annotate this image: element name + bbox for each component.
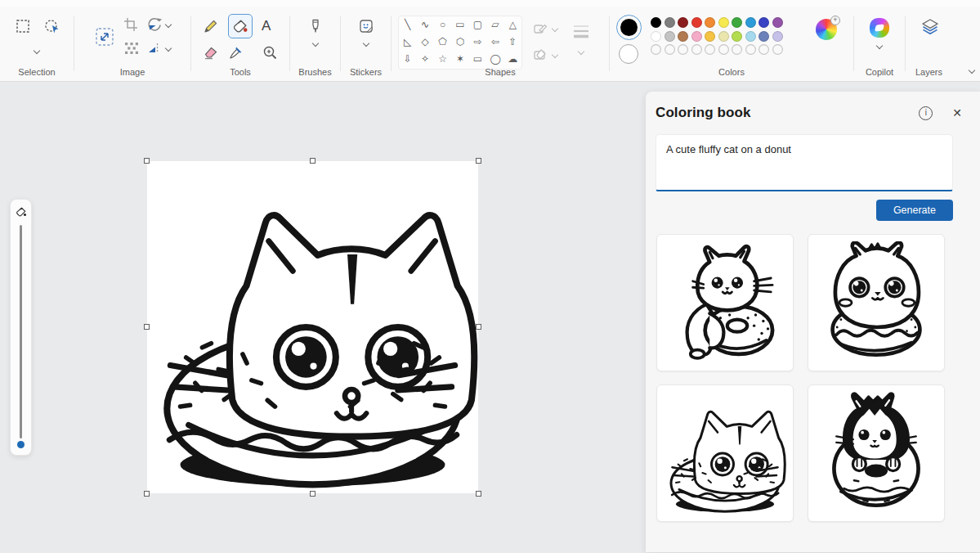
color-swatch-7e7e7e[interactable] — [665, 17, 675, 28]
selection-handle-n[interactable] — [310, 158, 315, 164]
shape-diamond-icon[interactable]: ◇ — [416, 34, 433, 51]
shape-hexagon-icon[interactable]: ⬡ — [451, 34, 468, 51]
foreground-color-selector[interactable] — [616, 15, 642, 40]
copilot-icon[interactable] — [870, 18, 889, 38]
shape-triangle-icon[interactable]: △ — [504, 16, 521, 34]
result-thumbnail-2[interactable] — [808, 234, 945, 371]
color-swatch-6a81b9[interactable] — [758, 31, 769, 42]
selection-handle-sw[interactable] — [144, 491, 150, 497]
size-slider-thumb[interactable] — [17, 441, 25, 448]
result-thumbnail-3[interactable] — [656, 384, 794, 522]
info-icon[interactable]: i — [919, 106, 933, 120]
rotate-dropdown-chevron-icon[interactable] — [165, 21, 172, 28]
eyedropper-tool-icon[interactable] — [228, 44, 244, 61]
color-swatch-empty[interactable] — [732, 44, 742, 55]
resize-image-icon[interactable] — [94, 26, 115, 47]
color-swatch-empty[interactable] — [691, 44, 702, 55]
shape-star-six-icon[interactable]: ✶ — [451, 51, 468, 68]
shape-star-five-icon[interactable]: ☆ — [434, 51, 451, 68]
rectangle-select-icon[interactable] — [15, 18, 31, 34]
prompt-input[interactable]: A cute fluffy cat on a donut — [656, 135, 952, 190]
layers-icon[interactable] — [920, 17, 940, 37]
brushes-icon[interactable] — [307, 18, 324, 34]
fill-tool-selected[interactable] — [228, 14, 253, 38]
shape-polygon-icon[interactable]: ▱ — [486, 16, 503, 34]
shape-rectangle-icon[interactable]: ▭ — [451, 16, 468, 34]
color-swatch-ffffff[interactable] — [651, 31, 661, 42]
shape-star-four-icon[interactable]: ✧ — [416, 51, 433, 68]
rotate-icon[interactable] — [146, 16, 163, 33]
fill-bucket-icon[interactable] — [232, 18, 248, 34]
magnifier-tool-icon[interactable] — [262, 44, 278, 61]
size-slider-track[interactable] — [20, 225, 22, 438]
color-swatch-empty[interactable] — [678, 44, 688, 55]
shape-fill-icon[interactable] — [532, 47, 548, 63]
color-swatch-empty[interactable] — [665, 44, 675, 55]
color-swatch-000000[interactable] — [651, 17, 661, 28]
color-swatch-f5c343[interactable] — [705, 31, 715, 42]
stickers-dropdown-chevron-icon[interactable] — [362, 40, 369, 47]
color-swatch-c3c3c3[interactable] — [665, 31, 675, 42]
color-swatch-empty[interactable] — [772, 44, 783, 55]
selection-handle-s[interactable] — [310, 491, 315, 497]
color-swatch-f08a33[interactable] — [705, 17, 715, 28]
free-form-select-icon[interactable] — [43, 18, 60, 34]
flip-dropdown-chevron-icon[interactable] — [165, 45, 172, 52]
result-thumbnail-1[interactable] — [656, 234, 794, 371]
generate-button[interactable]: Generate — [876, 200, 953, 221]
brushes-dropdown-chevron-icon[interactable] — [311, 40, 318, 47]
shape-arrow-left-icon[interactable]: ⇦ — [486, 34, 503, 51]
color-swatch-9353a8[interactable] — [772, 17, 783, 28]
shape-callout-oval-icon[interactable]: ◯ — [486, 51, 503, 68]
selection-handle-ne[interactable] — [476, 158, 481, 164]
copilot-dropdown-chevron-icon[interactable] — [876, 43, 883, 49]
stickers-icon[interactable] — [358, 18, 374, 34]
selection-handle-e[interactable] — [476, 324, 481, 330]
shape-arrow-up-icon[interactable]: ⇧ — [504, 34, 521, 51]
color-swatch-empty[interactable] — [758, 44, 769, 55]
color-swatch-empty[interactable] — [745, 44, 756, 55]
result-thumbnail-4[interactable] — [808, 384, 945, 522]
shape-rounded-rectangle-icon[interactable]: ▢ — [469, 16, 486, 34]
shape-callout-cloud-icon[interactable]: ☁ — [504, 51, 521, 68]
shape-outline-chevron-icon[interactable] — [552, 25, 558, 32]
color-swatch-3ea83e[interactable] — [732, 17, 742, 28]
crop-icon[interactable] — [123, 16, 139, 33]
color-swatch-2d9bd7[interactable] — [745, 17, 756, 28]
remove-background-icon[interactable] — [123, 40, 139, 56]
selection-handle-se[interactable] — [476, 491, 481, 497]
selection-handle-w[interactable] — [144, 324, 150, 330]
color-swatch-empty[interactable] — [651, 44, 661, 55]
color-swatch-3a42c4[interactable] — [758, 17, 769, 28]
color-swatch-c6c1e8[interactable] — [772, 31, 783, 42]
color-swatch-b4dc50[interactable] — [732, 31, 742, 42]
color-swatch-empty[interactable] — [705, 44, 715, 55]
color-swatch-f6e94f[interactable] — [718, 17, 729, 28]
text-tool-icon[interactable]: A — [262, 18, 278, 34]
line-size-icon[interactable] — [571, 20, 592, 42]
color-swatch-empty[interactable] — [718, 44, 729, 55]
shape-arrow-right-icon[interactable]: ⇨ — [469, 34, 486, 51]
color-swatch-f4abc8[interactable] — [691, 31, 702, 42]
flip-icon[interactable] — [146, 40, 163, 56]
shape-fill-chevron-icon[interactable] — [552, 52, 558, 58]
color-swatch-eae6ad[interactable] — [718, 31, 729, 42]
shape-callout-rect-icon[interactable]: ▭ — [469, 51, 486, 68]
shape-right-triangle-icon[interactable]: ◺ — [399, 34, 416, 51]
canvas-selected-image[interactable] — [147, 161, 478, 493]
pencil-tool-icon[interactable] — [203, 18, 219, 34]
shape-oval-icon[interactable]: ○ — [434, 16, 451, 34]
shape-arrow-down-icon[interactable]: ⇩ — [399, 51, 416, 68]
line-size-chevron-icon[interactable] — [578, 48, 584, 55]
shape-pentagon-icon[interactable]: ⬠ — [434, 34, 451, 51]
shape-line-icon[interactable]: ╲ — [399, 16, 416, 34]
selection-dropdown-chevron-icon[interactable] — [34, 47, 40, 54]
color-swatch-b27a50[interactable] — [678, 31, 688, 42]
color-swatch-e23b2e[interactable] — [691, 17, 702, 28]
close-icon[interactable]: ✕ — [952, 106, 962, 119]
color-swatch-a5daee[interactable] — [745, 31, 756, 42]
background-color-selector[interactable] — [619, 44, 638, 64]
eraser-tool-icon[interactable] — [203, 44, 219, 61]
color-swatch-8a1d1d[interactable] — [678, 17, 688, 28]
edit-colors-button[interactable]: + — [816, 19, 837, 40]
